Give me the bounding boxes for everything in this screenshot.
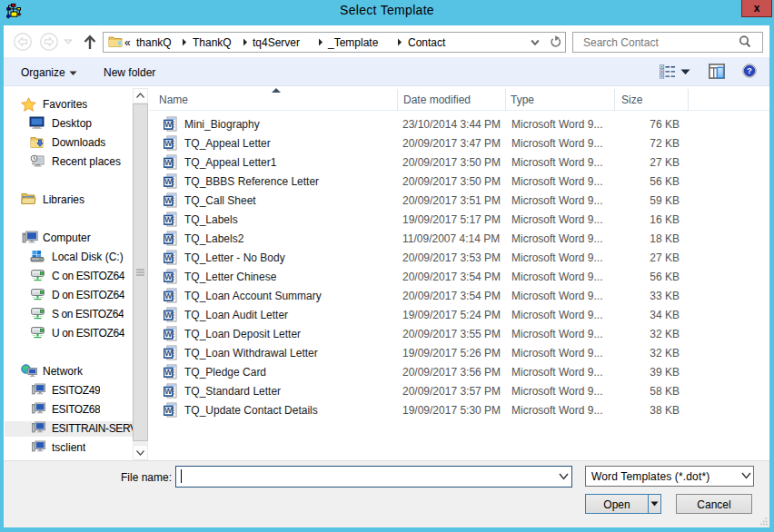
svg-text:W: W <box>164 139 173 148</box>
svg-text:W: W <box>164 215 173 224</box>
svg-text:W: W <box>164 349 173 358</box>
svg-text:W: W <box>164 196 173 205</box>
svg-text:W: W <box>164 158 173 167</box>
svg-text:W: W <box>164 120 173 129</box>
svg-text:W: W <box>164 253 173 262</box>
svg-text:W: W <box>164 406 173 415</box>
svg-text:W: W <box>164 387 173 396</box>
svg-text:W: W <box>164 272 173 281</box>
svg-text:W: W <box>164 330 173 339</box>
svg-text:W: W <box>164 310 173 320</box>
svg-text:W: W <box>164 177 173 186</box>
svg-text:W: W <box>164 368 173 377</box>
svg-text:W: W <box>164 234 173 243</box>
svg-text:W: W <box>164 291 173 300</box>
svg-text:?: ? <box>747 65 752 75</box>
